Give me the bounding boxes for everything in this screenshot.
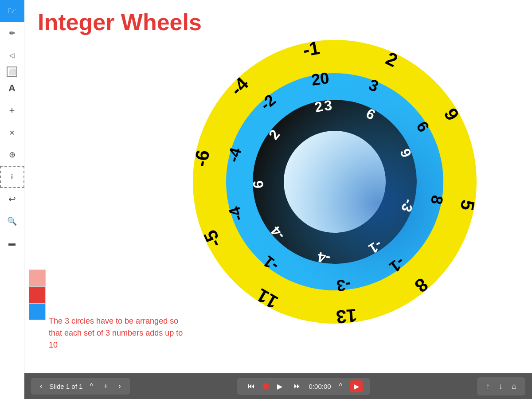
svg-text:3: 3 — [323, 97, 332, 113]
slide-info: Slide 1 of 1 — [49, 383, 82, 390]
slide-area: Integer Wheels The 3 circles have to be … — [24, 0, 532, 373]
slide-description: The 3 circles have to be arranged so tha… — [49, 315, 191, 351]
playback-controls: ⏮ ▶ ⏭ 0:00:00 ^ ▶ — [237, 378, 370, 395]
svg-text:-1: -1 — [301, 37, 321, 61]
info-tool-button[interactable]: i — [0, 166, 24, 188]
zoom-tool-button[interactable]: 🔍 — [0, 210, 24, 232]
add-tool-button[interactable]: + — [0, 99, 24, 121]
bottom-bar: ‹ Slide 1 of 1 ^ + › ⏮ ▶ ⏭ 0:00:00 ^ ▶ ↑… — [24, 373, 532, 399]
rewind-button[interactable]: ⏮ — [244, 380, 258, 392]
share-button[interactable]: ↑ — [482, 380, 493, 393]
record-indicator — [263, 383, 269, 389]
pen-tool-button[interactable]: ✏ — [0, 22, 24, 44]
action-buttons: ↑ ↓ ⌂ — [477, 377, 525, 395]
swatch-blue[interactable] — [29, 303, 46, 320]
eraser-tool-button[interactable]: ◁ — [0, 44, 24, 66]
hand-tool-button[interactable]: ☞ — [0, 0, 24, 22]
play-button[interactable]: ▶ — [274, 380, 286, 392]
shape-tool-button[interactable]: ⬜ — [7, 66, 17, 77]
swatch-red[interactable] — [29, 286, 46, 303]
slide-navigation: ‹ Slide 1 of 1 ^ + › — [31, 378, 130, 395]
record-button[interactable]: ▶ — [350, 380, 363, 392]
next-slide-button[interactable]: › — [115, 380, 124, 392]
screen-tool-button[interactable]: ▬ — [0, 232, 24, 254]
slide-title: Integer Wheels — [38, 9, 202, 35]
svg-text:13: 13 — [335, 305, 358, 328]
prev-slide-button[interactable]: ‹ — [36, 380, 46, 392]
target-tool-button[interactable]: ⊕ — [0, 144, 24, 166]
svg-text:-4: -4 — [317, 249, 331, 266]
content-area: Integer Wheels The 3 circles have to be … — [24, 0, 532, 399]
home-button[interactable]: ⌂ — [508, 380, 520, 393]
main-area: ☞ ✏ ◁ ⬜ A + × ⊕ i ↩ 🔍 ▬ Integer Wheels T… — [0, 0, 532, 399]
swatch-peach[interactable] — [29, 270, 46, 286]
svg-text:-3: -3 — [336, 276, 352, 295]
svg-text:6: 6 — [250, 180, 266, 189]
slide-up-button[interactable]: ^ — [86, 380, 97, 392]
svg-text:20: 20 — [310, 69, 330, 89]
undo-tool-button[interactable]: ↩ — [0, 188, 24, 210]
fast-forward-button[interactable]: ⏭ — [290, 380, 305, 392]
toolbar: ☞ ✏ ◁ ⬜ A + × ⊕ i ↩ 🔍 ▬ — [0, 0, 24, 399]
time-up-button[interactable]: ^ — [336, 380, 346, 392]
close-tool-button[interactable]: × — [0, 121, 24, 144]
color-swatches — [29, 270, 46, 320]
download-button[interactable]: ↓ — [495, 380, 506, 393]
wheel-diagram: -1 2 9 5 8 13 11 -5 -6 -4 20 3 6 8 -1 — [180, 27, 508, 355]
add-slide-button[interactable]: + — [100, 380, 111, 392]
text-tool-button[interactable]: A — [0, 77, 24, 99]
time-display: 0:00:00 — [309, 383, 331, 390]
